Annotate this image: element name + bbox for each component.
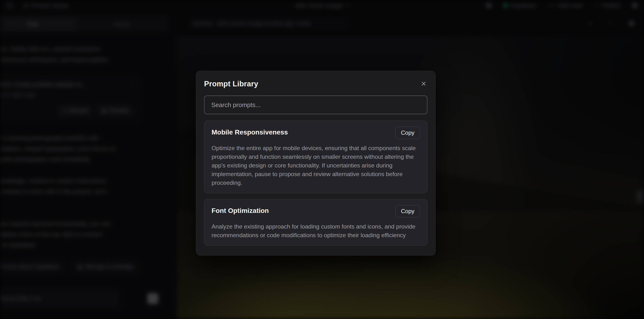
screen: ▤ Prompt Library artfo visual voyage ▾ S…: [0, 0, 644, 319]
prompt-title: Mobile Responsiveness: [212, 126, 288, 136]
prompt-description: Analyze the existing approach for loadin…: [212, 222, 420, 240]
prompt-description: Optimize the entire app for mobile devic…: [212, 144, 420, 187]
prompt-library-modal: Prompt Library ✕ Mobile Responsiveness C…: [196, 71, 436, 256]
modal-title: Prompt Library: [204, 80, 258, 88]
prompt-title: Font Optimization: [212, 205, 269, 214]
copy-button[interactable]: Copy: [396, 126, 420, 139]
copy-button[interactable]: Copy: [396, 205, 420, 218]
close-icon[interactable]: ✕: [420, 80, 428, 88]
prompt-list: Mobile Responsiveness Copy Optimize the …: [204, 120, 428, 250]
search-input[interactable]: [204, 96, 428, 114]
prompt-card-mobile-responsiveness: Mobile Responsiveness Copy Optimize the …: [204, 120, 428, 193]
prompt-card-font-optimization: Font Optimization Copy Analyze the exist…: [204, 199, 428, 246]
